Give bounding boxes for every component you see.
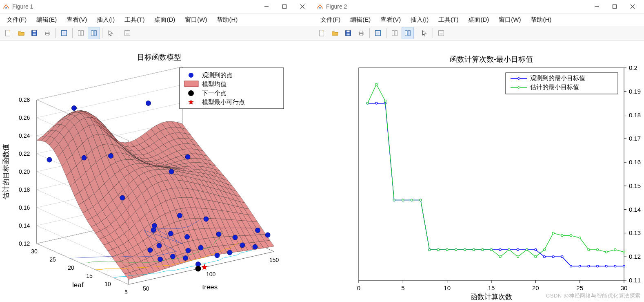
titlebar[interactable]: Figure 2 bbox=[314, 0, 644, 13]
svg-line-49 bbox=[37, 67, 182, 100]
maximize-button[interactable] bbox=[275, 0, 293, 13]
insert-box-icon[interactable] bbox=[121, 27, 133, 39]
cursor-icon[interactable] bbox=[104, 27, 117, 39]
menu-tools[interactable]: 工具(T) bbox=[120, 14, 149, 25]
svg-point-806 bbox=[605, 265, 607, 267]
svg-point-810 bbox=[375, 83, 378, 85]
maximize-button[interactable] bbox=[606, 0, 624, 13]
svg-text:0.17: 0.17 bbox=[629, 135, 641, 142]
svg-point-709 bbox=[148, 248, 153, 253]
svg-point-689 bbox=[152, 224, 157, 228]
minimize-button[interactable] bbox=[258, 0, 275, 13]
svg-text:5: 5 bbox=[124, 289, 128, 295]
svg-text:观测到的点: 观测到的点 bbox=[202, 72, 233, 78]
svg-point-717 bbox=[188, 90, 194, 96]
svg-rect-14 bbox=[78, 31, 80, 36]
menu-view[interactable]: 查看(V) bbox=[375, 14, 406, 25]
open-icon[interactable] bbox=[15, 27, 27, 39]
print-icon[interactable] bbox=[355, 27, 367, 39]
minimize-button[interactable] bbox=[588, 0, 606, 13]
titlebar[interactable]: Figure 1 bbox=[0, 0, 314, 13]
menu-edit[interactable]: 编辑(E) bbox=[31, 14, 62, 25]
save-icon[interactable] bbox=[342, 27, 354, 39]
svg-text:下一个点: 下一个点 bbox=[202, 89, 227, 96]
menubar: 文件(F) 编辑(E) 查看(V) 插入(I) 工具(T) 桌面(D) 窗口(W… bbox=[0, 13, 314, 26]
figure-palette-icon[interactable] bbox=[372, 27, 384, 39]
insert-box-icon[interactable] bbox=[435, 27, 447, 39]
svg-point-844 bbox=[518, 87, 520, 89]
svg-point-693 bbox=[185, 235, 190, 239]
svg-point-812 bbox=[393, 199, 395, 201]
menu-desktop[interactable]: 桌面(D) bbox=[149, 14, 180, 25]
svg-point-805 bbox=[597, 265, 599, 267]
svg-text:25: 25 bbox=[576, 284, 583, 291]
menu-window[interactable]: 窗口(W) bbox=[180, 14, 212, 25]
svg-text:leaf: leaf bbox=[72, 281, 84, 289]
svg-point-692 bbox=[204, 217, 209, 221]
toolbar bbox=[0, 26, 314, 40]
svg-point-697 bbox=[186, 248, 191, 253]
svg-text:150: 150 bbox=[269, 257, 279, 263]
linked-selection-icon[interactable] bbox=[88, 27, 100, 39]
svg-text:100: 100 bbox=[206, 271, 216, 277]
svg-point-699 bbox=[198, 245, 203, 250]
svg-point-807 bbox=[614, 265, 616, 267]
menu-insert[interactable]: 插入(I) bbox=[92, 14, 120, 25]
svg-point-801 bbox=[561, 256, 563, 258]
plot-tools-icon[interactable] bbox=[389, 27, 401, 39]
menu-desktop[interactable]: 桌面(D) bbox=[463, 14, 494, 25]
close-button[interactable] bbox=[293, 0, 311, 13]
svg-text:0.24: 0.24 bbox=[19, 132, 30, 139]
close-button[interactable] bbox=[624, 0, 642, 13]
menu-file[interactable]: 文件(F) bbox=[2, 14, 31, 25]
open-icon[interactable] bbox=[329, 27, 341, 39]
menu-view[interactable]: 查看(V) bbox=[62, 14, 92, 25]
menu-window[interactable]: 窗口(W) bbox=[494, 14, 526, 25]
menu-file[interactable]: 文件(F) bbox=[315, 14, 345, 25]
figure-window-1: Figure 1 文件(F) 编辑(E) 查看(V) 插入(I) 工具(T) 桌… bbox=[0, 0, 314, 302]
plot-area-1[interactable]: 0.120.140.160.180.200.220.240.260.283025… bbox=[0, 39, 314, 302]
plot-tools-icon[interactable] bbox=[75, 27, 87, 39]
save-icon[interactable] bbox=[28, 27, 40, 39]
chart-line-canvas: 函数计算次数-最小目标值051015202530函数计算次数0.110.120.… bbox=[314, 39, 644, 302]
svg-text:0.26: 0.26 bbox=[19, 114, 30, 121]
svg-point-808 bbox=[623, 265, 625, 267]
svg-point-836 bbox=[605, 251, 607, 253]
menu-edit[interactable]: 编辑(E) bbox=[345, 14, 375, 25]
svg-rect-16 bbox=[91, 31, 93, 36]
svg-text:0.22: 0.22 bbox=[19, 150, 30, 157]
svg-point-838 bbox=[623, 251, 625, 253]
figure-palette-icon[interactable] bbox=[58, 27, 70, 39]
svg-text:0.2: 0.2 bbox=[629, 64, 637, 71]
svg-text:0.28: 0.28 bbox=[19, 96, 30, 103]
svg-rect-731 bbox=[360, 34, 362, 36]
svg-text:0.14: 0.14 bbox=[19, 222, 30, 229]
print-icon[interactable] bbox=[41, 27, 53, 39]
new-figure-icon[interactable] bbox=[316, 27, 328, 39]
svg-point-829 bbox=[544, 248, 546, 251]
menu-help[interactable]: 帮助(H) bbox=[526, 14, 556, 25]
svg-point-685 bbox=[120, 195, 125, 200]
linked-selection-icon[interactable] bbox=[402, 27, 414, 39]
plot-area-2[interactable]: 函数计算次数-最小目标值051015202530函数计算次数0.110.120.… bbox=[314, 39, 644, 302]
svg-point-695 bbox=[157, 243, 162, 248]
svg-point-799 bbox=[544, 256, 546, 258]
svg-rect-1 bbox=[283, 5, 286, 9]
svg-point-820 bbox=[464, 248, 466, 251]
cursor-icon[interactable] bbox=[418, 27, 431, 39]
svg-point-811 bbox=[384, 100, 386, 102]
menu-tools[interactable]: 工具(T) bbox=[433, 14, 463, 25]
svg-point-796 bbox=[517, 248, 519, 251]
svg-text:模型均值: 模型均值 bbox=[202, 81, 227, 87]
svg-text:30: 30 bbox=[621, 284, 628, 291]
svg-rect-733 bbox=[376, 31, 379, 34]
new-figure-icon[interactable] bbox=[2, 27, 14, 39]
svg-rect-730 bbox=[360, 31, 362, 33]
toolbar bbox=[314, 26, 644, 40]
svg-point-702 bbox=[227, 250, 232, 255]
svg-point-698 bbox=[255, 228, 260, 233]
svg-rect-10 bbox=[46, 31, 49, 33]
svg-point-682 bbox=[146, 101, 151, 106]
menu-help[interactable]: 帮助(H) bbox=[212, 14, 242, 25]
menu-insert[interactable]: 插入(I) bbox=[406, 14, 433, 25]
